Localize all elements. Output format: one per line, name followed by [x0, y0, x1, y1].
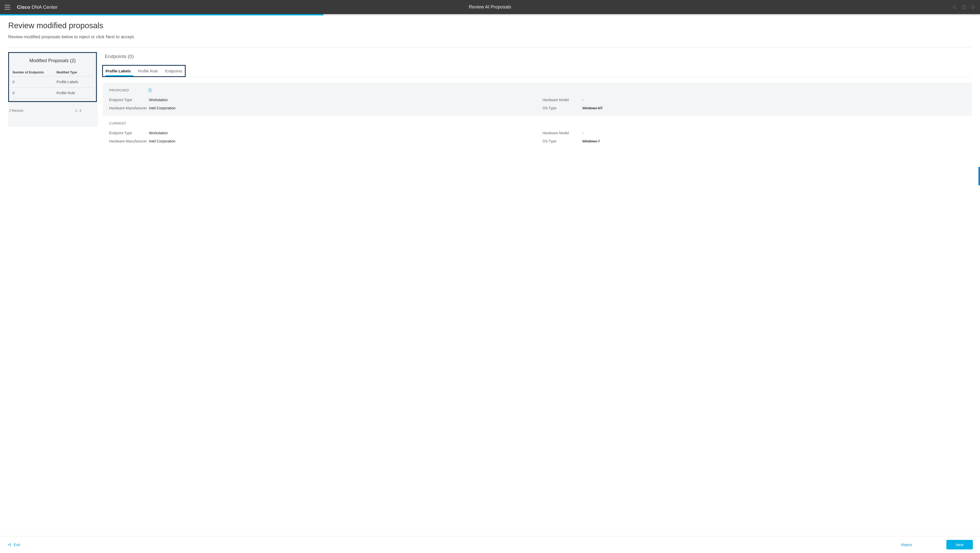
main-panel: Endpoints (0) Profile Labels Profile Rul… — [103, 52, 972, 149]
current-title-row: CURRENT — [109, 121, 966, 125]
cell-type: Profile Labels — [56, 80, 92, 84]
key: Endpoint Type — [109, 98, 149, 102]
tab-label: Profile Labels — [105, 69, 131, 73]
kv-endpoint-type: Endpoint Type Workstation — [109, 131, 532, 135]
col-header-type: Modified Type — [56, 71, 92, 74]
kv-hw-model: Hardware Model - — [542, 131, 966, 135]
current-section: CURRENT Endpoint Type Workstation Hardwa… — [103, 116, 972, 149]
layout: Modified Proposals (2) Number of Endpoin… — [8, 52, 972, 149]
value: Windows 7 — [582, 139, 600, 143]
cell-num: 0 — [13, 91, 56, 95]
tab-label: Profile Rule — [138, 69, 158, 73]
brand-light: DNA Center — [30, 4, 58, 10]
topbar-title: Review AI Proposals — [469, 4, 511, 10]
key: Hardware Model — [542, 98, 582, 102]
col-header-num: Number of Endpoints — [13, 71, 56, 74]
key: OS Type — [542, 106, 582, 110]
table-row[interactable]: 0 Profile Rule — [11, 87, 94, 99]
menu-icon[interactable] — [5, 5, 10, 10]
topbar: Cisco DNA Center Review AI Proposals — [0, 0, 980, 14]
proposed-section: PROPOSED Endpoint Type Workstation Hardw… — [103, 83, 972, 116]
kv-endpoint-type: Endpoint Type Workstation — [109, 98, 532, 102]
sidepanel-outer: Modified Proposals (2) Number of Endpoin… — [8, 52, 98, 127]
main-heading: Endpoints (0) — [105, 54, 972, 59]
sidepanel: Modified Proposals (2) Number of Endpoin… — [8, 52, 97, 102]
value: Workstation — [149, 131, 168, 135]
table-footer: 2 Records 1 - 2 — [8, 102, 98, 114]
kv-hw-mfr: Hardware Manufacturer Intel Corporation — [109, 106, 532, 110]
tabs: Profile Labels Profile Rule Endpoints — [105, 67, 182, 76]
page-subtext: Review modified proposals below to rejec… — [8, 34, 972, 40]
key: Endpoint Type — [109, 131, 149, 135]
svg-line-1 — [955, 8, 956, 9]
kv-os-type: OS Type Windows NT — [542, 106, 966, 110]
current-grid: Endpoint Type Workstation Hardware Model… — [109, 131, 966, 143]
svg-point-0 — [953, 6, 956, 8]
tab-profile-rule[interactable]: Profile Rule — [138, 67, 158, 76]
value: - — [582, 98, 584, 102]
records-range: 1 - 2 — [75, 109, 81, 113]
page-title: Review modified proposals — [8, 21, 972, 30]
kv-hw-mfr: Hardware Manufacturer Intel Corporation — [109, 139, 532, 143]
proposed-grid: Endpoint Type Workstation Hardware Model… — [109, 98, 966, 110]
value: Intel Corporation — [149, 139, 176, 143]
topbar-icons — [952, 5, 975, 10]
tab-endpoints[interactable]: Endpoints — [165, 67, 182, 76]
records-count: 2 Records — [9, 109, 23, 113]
proposed-title-row: PROPOSED — [109, 88, 966, 92]
key: OS Type — [542, 139, 582, 143]
tabs-highlight: Profile Labels Profile Rule Endpoints — [102, 65, 186, 77]
divider — [8, 47, 972, 48]
svg-point-6 — [150, 89, 150, 90]
cell-type: Profile Rule — [56, 91, 92, 95]
proposed-title: PROPOSED — [109, 88, 129, 92]
kv-os-type: OS Type Windows 7 — [542, 139, 966, 143]
table-row[interactable]: 0 Profile Labels — [11, 76, 94, 87]
sidepanel-title: Modified Proposals (2) — [11, 58, 94, 64]
value: Intel Corporation — [149, 106, 176, 110]
bell-icon[interactable] — [971, 5, 975, 10]
right-marker — [978, 167, 980, 175]
help-icon[interactable] — [961, 5, 966, 10]
info-icon[interactable] — [148, 88, 152, 92]
key: Hardware Manufacturer — [109, 139, 149, 143]
brand: Cisco DNA Center — [17, 4, 57, 10]
page: Review modified proposals Review modifie… — [0, 16, 980, 175]
brand-bold: Cisco — [17, 4, 30, 10]
cell-num: 0 — [13, 80, 56, 84]
value: Workstation — [149, 98, 168, 102]
value: Windows NT — [582, 106, 603, 110]
current-title: CURRENT — [109, 121, 126, 125]
key: Hardware Manufacturer — [109, 106, 149, 110]
search-icon[interactable] — [952, 5, 957, 10]
key: Hardware Model — [542, 131, 582, 135]
tab-profile-labels[interactable]: Profile Labels — [105, 67, 131, 76]
value: - — [582, 131, 584, 135]
tab-underline — [103, 77, 972, 77]
kv-hw-model: Hardware Model - — [542, 98, 966, 102]
table-header: Number of Endpoints Modified Type — [11, 68, 94, 76]
tab-label: Endpoints — [165, 69, 182, 73]
